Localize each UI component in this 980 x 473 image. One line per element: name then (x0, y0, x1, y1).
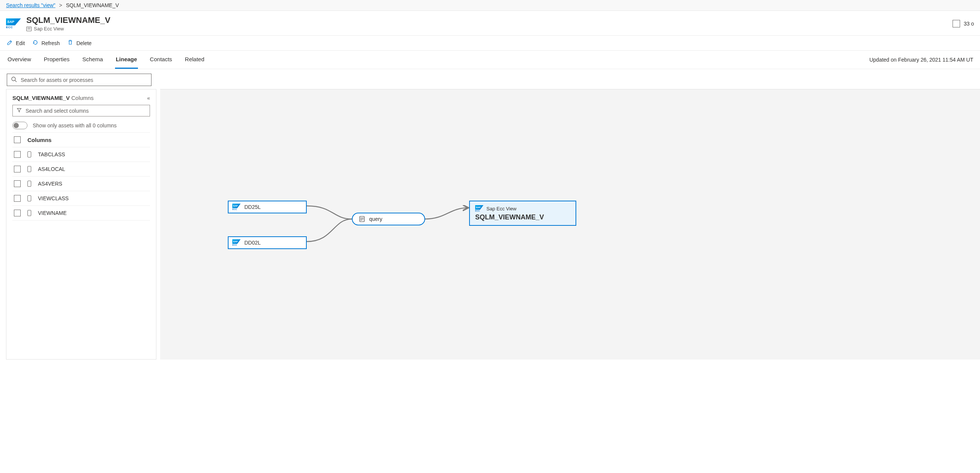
collapse-panel-icon[interactable]: « (147, 95, 150, 101)
column-checkbox[interactable] (14, 166, 21, 173)
tab-properties[interactable]: Properties (43, 51, 70, 69)
breadcrumb-link[interactable]: Search results "view" (6, 2, 55, 8)
header-count: 33 o (964, 21, 974, 27)
sap-ecc-icon: SAPECC (232, 204, 240, 210)
show-only-toggle-label: Show only assets with all 0 columns (33, 122, 116, 129)
lineage-sink-type-label: Sap Ecc View (487, 206, 517, 211)
delete-label: Delete (76, 40, 91, 46)
column-checkbox[interactable] (14, 151, 21, 158)
tab-contacts[interactable]: Contacts (149, 51, 173, 69)
panel-title-bold: SQLM_VIEWNAME_V (13, 95, 70, 101)
page-header: SAP ECC SQLM_VIEWNAME_V Sap Ecc View 33 … (0, 11, 980, 36)
column-name: VIEWCLASS (38, 195, 69, 202)
search-assets-box[interactable] (7, 74, 151, 86)
refresh-icon (32, 40, 38, 47)
lineage-sink-title: SQLM_VIEWNAME_V (475, 213, 544, 221)
column-icon (27, 195, 31, 202)
column-row[interactable]: VIEWNAME (13, 206, 150, 221)
delete-button[interactable]: Delete (67, 40, 91, 47)
column-icon (27, 181, 31, 187)
breadcrumb: Search results "view" > SQLM_VIEWNAME_V (0, 0, 980, 11)
tab-related[interactable]: Related (184, 51, 205, 69)
trash-icon (67, 40, 73, 47)
lineage-node-source-1[interactable]: SAPECC DD25L (228, 201, 307, 213)
column-name: AS4VERS (38, 181, 62, 187)
search-assets-input[interactable] (21, 77, 147, 83)
column-icon (27, 210, 31, 216)
document-icon (359, 216, 365, 222)
filter-icon (16, 108, 22, 114)
lineage-node-process[interactable]: query (352, 213, 425, 225)
select-checkbox[interactable] (953, 20, 960, 27)
svg-point-0 (12, 77, 16, 81)
svg-line-1 (15, 80, 16, 82)
view-icon (26, 27, 32, 31)
sap-ecc-icon: SAPECC (232, 239, 240, 246)
last-updated-text: Updated on February 26, 2021 11:54 AM UT (869, 51, 973, 68)
toolbar: Edit Refresh Delete (0, 36, 980, 51)
columns-header-row: Columns (13, 132, 150, 147)
lineage-node-source-2[interactable]: SAPECC DD02L (228, 236, 307, 249)
column-name: VIEWNAME (38, 210, 67, 216)
lineage-process-label: query (369, 216, 382, 222)
panel-title-muted: Columns (72, 95, 94, 101)
tab-schema[interactable]: Schema (81, 51, 104, 69)
column-name: TABCLASS (38, 151, 65, 157)
column-search-box[interactable] (13, 105, 150, 116)
page-title: SQLM_VIEWNAME_V (26, 16, 111, 25)
breadcrumb-separator: > (59, 2, 62, 8)
edit-label: Edit (16, 40, 25, 46)
tab-overview[interactable]: Overview (7, 51, 32, 69)
refresh-button[interactable]: Refresh (32, 40, 60, 47)
pencil-icon (7, 40, 13, 47)
column-row[interactable]: TABCLASS (13, 147, 150, 162)
tab-lineage[interactable]: Lineage (115, 51, 138, 69)
show-only-toggle[interactable] (13, 122, 27, 129)
column-checkbox[interactable] (14, 180, 21, 187)
lineage-node-label: DD02L (244, 240, 261, 246)
sap-ecc-logo: SAP ECC (6, 18, 21, 29)
refresh-label: Refresh (41, 40, 60, 46)
column-checkbox[interactable] (14, 195, 21, 202)
breadcrumb-current: SQLM_VIEWNAME_V (66, 2, 119, 8)
lineage-canvas[interactable]: SAPECC DD25L SAPECC DD02L query SAPECC S… (160, 89, 980, 360)
edit-button[interactable]: Edit (7, 40, 25, 47)
column-name: AS4LOCAL (38, 166, 65, 172)
column-row[interactable]: VIEWCLASS (13, 191, 150, 206)
sap-ecc-icon: SAPECC (475, 205, 484, 212)
lineage-node-sink[interactable]: SAPECC Sap Ecc View SQLM_VIEWNAME_V (469, 201, 576, 226)
page-subtitle: Sap Ecc View (34, 26, 64, 32)
column-search-input[interactable] (25, 108, 146, 114)
column-icon (27, 166, 31, 172)
columns-header-label: Columns (27, 137, 51, 143)
column-row[interactable]: AS4VERS (13, 176, 150, 191)
lineage-node-label: DD25L (244, 204, 261, 210)
column-icon (27, 151, 31, 157)
select-all-columns-checkbox[interactable] (14, 137, 21, 143)
columns-panel: SQLM_VIEWNAME_V Columns « Show only asse… (6, 89, 156, 360)
search-icon (11, 76, 17, 83)
column-checkbox[interactable] (14, 210, 21, 216)
tabs-row: Overview Properties Schema Lineage Conta… (0, 51, 980, 69)
column-row[interactable]: AS4LOCAL (13, 162, 150, 176)
